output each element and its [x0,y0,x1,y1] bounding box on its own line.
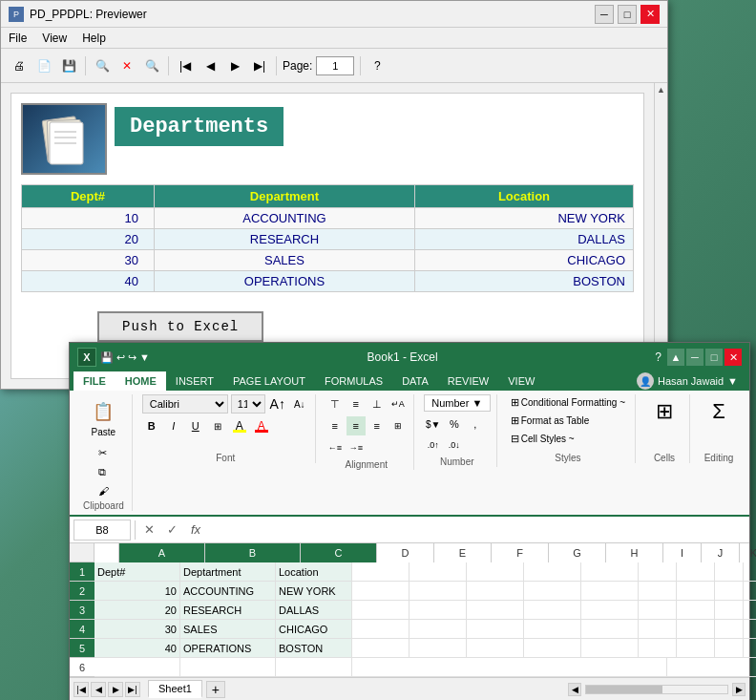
qat-undo[interactable]: ↩ [116,351,125,364]
row-header-5[interactable]: 5 [70,639,94,658]
hscroll-track[interactable] [585,685,728,694]
close-button[interactable]: ✕ [640,5,660,24]
excel-ribbon-toggle[interactable]: ▲ [667,349,684,366]
cell-D4[interactable] [352,620,410,638]
tab-data[interactable]: DATA [392,371,438,391]
cell-B3[interactable]: RESEARCH [180,601,276,619]
cell-H1[interactable] [581,562,639,581]
sheet-tab-1[interactable]: Sheet1 [148,680,202,698]
cell-A5[interactable]: 40 [94,639,180,657]
toolbar-zoom-in[interactable]: 🔍 [141,55,162,76]
cell-F2[interactable] [467,582,524,600]
row-header-2[interactable]: 2 [70,582,94,601]
cell-I2[interactable] [639,582,677,600]
hscroll-right[interactable]: ▶ [732,683,746,696]
tab-insert[interactable]: INSERT [166,371,223,391]
italic-button[interactable]: I [164,416,183,435]
align-middle-btn[interactable]: ≡ [346,394,366,414]
cell-C1[interactable]: Location [276,562,352,581]
nav-first[interactable]: |◀ [175,55,196,76]
cell-C4[interactable]: CHICAGO [276,620,352,638]
row-header-6[interactable]: 6 [70,658,94,677]
cell-E5[interactable] [410,639,467,657]
number-format-select[interactable]: Number ▼ [424,394,491,412]
row-header-1[interactable]: 1 [70,562,94,582]
cell-K3[interactable] [715,601,744,619]
sheet-nav-next[interactable]: ▶ [108,682,123,697]
cell-C3[interactable]: DALLAS [276,601,352,619]
paste-button[interactable]: 📋 Paste [84,394,122,441]
push-to-excel-button[interactable]: Push to Excel [97,311,263,342]
name-box[interactable] [74,520,131,541]
cell-D1[interactable] [352,562,410,581]
qat-redo[interactable]: ↪ [128,351,136,364]
user-chevron[interactable]: ▼ [727,375,738,387]
font-shrink-btn[interactable]: A↓ [290,394,309,414]
qat-more[interactable]: ▼ [139,351,150,364]
border-button[interactable]: ⊞ [208,416,227,435]
cell-D3[interactable] [352,601,410,619]
nav-next[interactable]: ▶ [224,55,245,76]
font-name-select[interactable]: Calibri [142,394,228,414]
col-header-A[interactable]: A [119,543,205,562]
cell-I1[interactable] [639,562,677,581]
cell-J2[interactable] [677,582,715,600]
cell-H2[interactable] [581,582,639,600]
merge-btn[interactable]: ⊞ [388,416,408,435]
align-top-btn[interactable]: ⊤ [326,394,345,414]
toolbar-icon-2[interactable]: 📄 [33,55,54,76]
col-header-K[interactable]: K [740,543,756,562]
format-painter-button[interactable]: 🖌 [94,483,113,498]
hscroll-left[interactable]: ◀ [568,683,581,696]
col-header-C[interactable]: C [301,543,377,562]
cell-G4[interactable] [524,620,581,638]
cell-A2[interactable]: 10 [94,582,180,600]
maximize-button[interactable]: □ [618,5,637,24]
editing-large-button[interactable]: Σ [700,394,738,429]
col-header-I[interactable]: I [663,543,702,562]
help-button[interactable]: ? [367,55,388,76]
confirm-formula-btn[interactable]: ✓ [162,520,181,540]
decimal-dec-btn[interactable]: .0↓ [445,435,464,455]
col-header-J[interactable]: J [702,543,740,562]
excel-minimize[interactable]: ─ [686,349,704,366]
cell-E2[interactable] [410,582,467,600]
percent-btn[interactable]: % [445,414,464,434]
decimal-inc-btn[interactable]: .0↑ [424,435,443,455]
indent-inc-btn[interactable]: →≡ [346,438,366,457]
cell-A4[interactable]: 30 [94,620,180,638]
row-header-3[interactable]: 3 [70,601,94,620]
nav-prev[interactable]: ◀ [200,55,220,76]
cell-G3[interactable] [524,601,581,619]
cell-B2[interactable]: ACCOUNTING [180,582,276,600]
comma-btn[interactable]: , [466,414,485,434]
sheet-nav-last[interactable]: ▶| [125,682,140,697]
conditional-formatting-button[interactable]: ⊞ Conditional Formatting ~ [507,394,629,411]
cell-G5[interactable] [524,639,581,657]
nav-last[interactable]: ▶| [249,55,270,76]
col-header-G[interactable]: G [549,543,606,562]
cell-A3[interactable]: 20 [94,601,180,619]
formula-input[interactable] [210,523,746,537]
tab-home[interactable]: HOME [116,371,166,391]
cell-H5[interactable] [581,639,639,657]
cell-rest-6[interactable] [352,658,667,676]
cell-F1[interactable] [467,562,524,581]
minimize-button[interactable]: ─ [595,5,614,24]
qat-save[interactable]: 💾 [100,351,114,364]
underline-button[interactable]: U [186,416,205,435]
tab-formulas[interactable]: FORMULAS [315,371,392,391]
cell-C5[interactable]: BOSTON [276,639,352,657]
font-grow-btn[interactable]: A↑ [268,394,287,414]
font-color-button[interactable]: A [252,416,271,435]
cell-I4[interactable] [639,620,677,638]
align-bottom-btn[interactable]: ⊥ [368,394,387,414]
tab-review[interactable]: REVIEW [438,371,498,391]
cell-D2[interactable] [352,582,410,600]
cell-I5[interactable] [639,639,677,657]
cell-B6[interactable] [180,658,276,676]
sheet-nav-first[interactable]: |◀ [74,682,89,697]
col-header-D[interactable]: D [377,543,434,562]
toolbar-icon-4[interactable]: 🔍 [92,55,113,76]
cell-K5[interactable] [715,639,744,657]
